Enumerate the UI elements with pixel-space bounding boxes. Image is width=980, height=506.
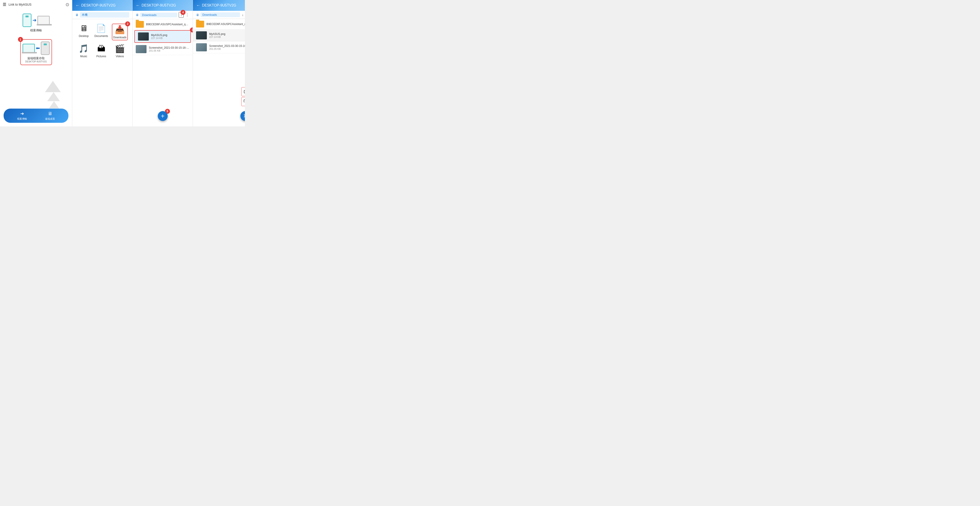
nav-remote-desktop-label: 遠端桌面 xyxy=(45,117,55,121)
file-size-myasus: 227.14 KB xyxy=(151,37,187,40)
panel-3-subtitle: Downloads xyxy=(200,13,240,17)
panel-2-subtitle-bar: 🖥 Downloads 4 ↓ ⋮ xyxy=(132,11,192,19)
panels-container: ← DESKTOP-9U5TV2G 🖥 本機 🖥 Desktop 📄 Docum… xyxy=(72,0,245,126)
left-content: ➜ 檔案傳輸 1 ⬅ 遠端檔案存取 DESKTOP-9U5TV2G xyxy=(0,9,72,106)
nav-file-transfer[interactable]: ➜ 檔案傳輸 xyxy=(17,111,27,121)
file-name-myasus: MyASUS.png xyxy=(151,34,187,37)
nav-remote-desktop-icon: 🖥 xyxy=(48,111,52,116)
downloads-label: Downloads xyxy=(113,36,127,39)
file-info-myasus: MyASUS.png 227.14 KB xyxy=(151,34,187,40)
badge-2: 2 xyxy=(125,21,130,26)
panel-2-monitor-icon: 🖥 xyxy=(136,13,139,17)
arrow-left-icon: ⬅ xyxy=(36,45,40,51)
file-transfer-area: ➜ 檔案傳輸 xyxy=(22,14,50,32)
panel-3-header: ← DESKTOP-9U5TV2G xyxy=(193,0,245,11)
folder-documents[interactable]: 📄 Documents xyxy=(94,24,108,40)
panel3-file-item-screenshot[interactable]: Screenshot_2021-03-30-15-16-3... 201.05 … xyxy=(193,42,245,53)
fab-area: 5 + xyxy=(158,111,168,121)
panel3-file-name-folder: B9ECED6F.ASUSPCAssistant_qmb... xyxy=(207,22,245,26)
remote-access-label: 遠端檔案存取 xyxy=(27,56,45,61)
laptop-icon xyxy=(37,16,50,25)
panel3-screenshot-thumb xyxy=(196,43,207,51)
panel-1-header: ← DESKTOP-9U5TV2G xyxy=(72,0,132,11)
folder-videos[interactable]: 🎬 Videos xyxy=(112,44,128,58)
panel-1-local-folders: ← DESKTOP-9U5TV2G 🖥 本機 🖥 Desktop 📄 Docum… xyxy=(72,0,132,126)
panel-2-file-list: B9ECED6F.ASUSPCAssistant_qmb... 3 MyASUS… xyxy=(132,19,192,126)
folder-music[interactable]: 🎵 Music xyxy=(77,44,91,58)
documents-icon: 📄 xyxy=(96,24,106,33)
panel3-file-name-screenshot: Screenshot_2021-03-30-15-16-3... xyxy=(209,45,245,48)
panel-3-back-button[interactable]: ← xyxy=(196,3,200,8)
pictures-label: Pictures xyxy=(96,55,106,58)
side-action-wrapper: 6 xyxy=(241,87,245,106)
file-transfer-label: 檔案傳輸 xyxy=(30,29,42,32)
panel-3-download-button[interactable]: ↓ xyxy=(241,13,244,18)
file-item-folder[interactable]: B9ECED6F.ASUSPCAssistant_qmb... xyxy=(132,19,192,30)
side-action-bar: 6 xyxy=(241,87,245,106)
file-item-myasus[interactable]: MyASUS.png 227.14 KB xyxy=(134,30,191,43)
panel-2-title: DESKTOP-9U5TV2G xyxy=(142,3,176,8)
screenshot-thumb xyxy=(136,45,146,53)
desktop-label: Desktop xyxy=(79,35,89,38)
panel-2-subtitle: Downloads xyxy=(140,13,177,18)
panel3-file-info-screenshot: Screenshot_2021-03-30-15-16-3... 201.05 … xyxy=(209,45,245,50)
panel3-file-item-myasus[interactable]: MyASUS.png 227.14 KB xyxy=(193,30,245,42)
file-info-folder: B9ECED6F.ASUSPCAssistant_qmb... xyxy=(146,23,189,26)
file-size-screenshot: 201.05 KB xyxy=(149,49,189,52)
file-name-folder: B9ECED6F.ASUSPCAssistant_qmb... xyxy=(146,23,189,26)
nav-remote-desktop[interactable]: 🖥 遠端桌面 xyxy=(45,111,55,121)
desktop-icon: 🖥 xyxy=(80,24,88,33)
profile-icon[interactable]: ⊙ xyxy=(65,2,69,7)
panel3-myasus-thumb xyxy=(196,31,207,40)
panel3-file-item-folder[interactable]: B9ECED6F.ASUSPCAssistant_qmb... xyxy=(193,19,245,30)
bottom-nav: ➜ 檔案傳輸 🖥 遠端桌面 xyxy=(3,109,68,123)
fab-wrapper: 5 + xyxy=(158,111,168,121)
panel-1-back-button[interactable]: ← xyxy=(75,3,80,8)
folder-pictures[interactable]: 🏔 Pictures xyxy=(94,44,108,58)
remote-access-box[interactable]: 1 ⬅ 遠端檔案存取 DESKTOP-9U5TV2G xyxy=(20,39,52,65)
music-icon: 🎵 xyxy=(78,44,89,53)
top-bar: ☰ Link to MyASUS ⊙ xyxy=(0,0,72,9)
music-label: Music xyxy=(80,55,87,58)
folder-desktop[interactable]: 🖥 Desktop xyxy=(77,24,91,40)
decorative-triangles xyxy=(45,81,61,109)
file-name-screenshot: Screenshot_2021-03-30-15-16-3... xyxy=(149,46,189,49)
panel3-file-size-screenshot: 201.05 KB xyxy=(209,48,245,50)
panel3-folder-thumb xyxy=(196,21,204,27)
triangle-2 xyxy=(47,92,60,101)
phone-icon xyxy=(22,14,32,27)
panel3-file-info-folder: B9ECED6F.ASUSPCAssistant_qmb... xyxy=(207,22,245,26)
folder-downloads[interactable]: 2 📥 Downloads xyxy=(112,24,128,40)
panel-1-title: DESKTOP-9U5TV2G xyxy=(81,3,116,8)
fab-add-button[interactable]: + xyxy=(158,111,168,121)
panel3-file-name-myasus: MyASUS.png xyxy=(209,32,245,35)
hamburger-icon[interactable]: ☰ xyxy=(3,2,6,7)
documents-label: Documents xyxy=(94,35,108,38)
panel-2-back-button[interactable]: ← xyxy=(136,3,140,8)
remote-icon-pair: ⬅ xyxy=(22,42,50,55)
nav-file-transfer-icon: ➜ xyxy=(20,111,24,116)
new-folder-button[interactable] xyxy=(241,87,245,96)
downloads-icon: 📥 xyxy=(115,25,125,35)
panel-1-subtitle-bar: 🖥 本機 xyxy=(72,11,132,19)
nav-file-transfer-label: 檔案傳輸 xyxy=(17,117,27,121)
videos-label: Videos xyxy=(116,55,124,58)
paste-button[interactable] xyxy=(241,97,245,106)
panel3-file-info-myasus: MyASUS.png 227.14 KB xyxy=(209,32,245,38)
file-item-screenshot[interactable]: Screenshot_2021-03-30-15-16-3... 201.05 … xyxy=(132,43,192,55)
panel-2-header-wrapper: ← DESKTOP-9U5TV2G xyxy=(132,0,192,11)
panel-2-more-button[interactable]: ⋮ xyxy=(185,13,189,18)
remote-phone-icon xyxy=(41,42,50,55)
arrow-right-icon: ➜ xyxy=(32,18,37,23)
panel-2-header: ← DESKTOP-9U5TV2G xyxy=(132,0,192,11)
panel-3-monitor-icon: 🖥 xyxy=(196,13,199,17)
triangle-1 xyxy=(45,81,61,92)
file-info-screenshot: Screenshot_2021-03-30-15-16-3... 201.05 … xyxy=(149,46,189,52)
panel-1-monitor-icon: 🖥 xyxy=(75,13,78,17)
app-title: Link to MyASUS xyxy=(8,3,32,6)
panel-3-downloads: ← DESKTOP-9U5TV2G 🖥 Downloads ↓ ⋮ B9ECED… xyxy=(192,0,245,126)
icon-pair: ➜ xyxy=(22,14,50,27)
badge-1: 1 xyxy=(18,37,23,42)
pictures-icon: 🏔 xyxy=(97,44,105,53)
panel-3-subtitle-bar: 🖥 Downloads ↓ ⋮ xyxy=(193,11,245,19)
